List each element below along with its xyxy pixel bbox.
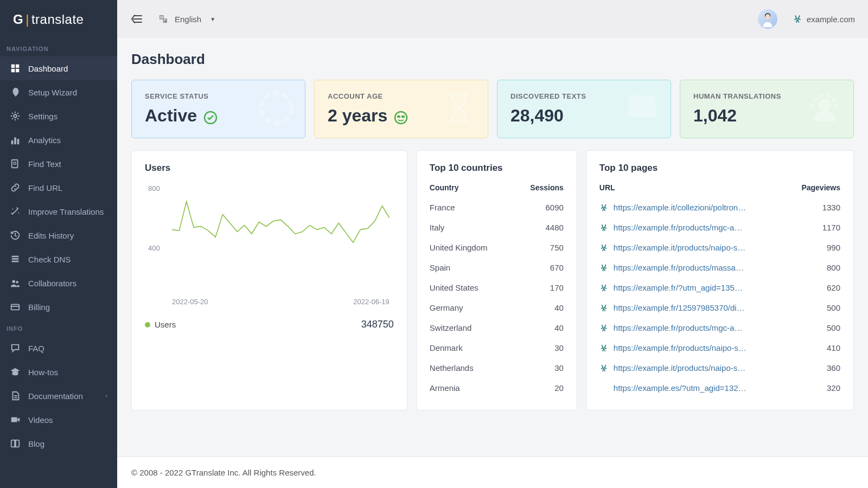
site-icon bbox=[599, 344, 608, 352]
sidebar-item-how-tos[interactable]: How-tos bbox=[0, 360, 117, 384]
sidebar-item-edits-history[interactable]: Edits History bbox=[0, 223, 117, 247]
page-url-link[interactable]: https://example.it/collezioni/poltron… bbox=[614, 203, 746, 212]
sidebar-toggle-button[interactable] bbox=[130, 13, 142, 25]
country-name: Denmark bbox=[430, 343, 463, 352]
page-url-link[interactable]: https://example.fr/?utm_agid=135… bbox=[614, 283, 743, 292]
gear-icon bbox=[10, 111, 21, 121]
page-url-link[interactable]: https://example.fr/products/naipo-s… bbox=[614, 343, 746, 352]
hourglass-icon bbox=[440, 89, 478, 129]
sidebar-item-setup-wizard[interactable]: Setup Wizard bbox=[0, 80, 117, 104]
pages-panel: Top 10 pages URL Pageviews https://examp… bbox=[586, 150, 854, 410]
country-name: Armenia bbox=[430, 383, 460, 393]
translate-icon bbox=[158, 14, 168, 24]
table-row: Germany40 bbox=[430, 298, 564, 318]
sessions-value: 6090 bbox=[545, 203, 563, 212]
panel-title: Top 10 countries bbox=[430, 163, 564, 174]
table-row: https://example.it/products/naipo-s…990 bbox=[599, 237, 840, 258]
country-name: Spain bbox=[430, 263, 450, 272]
panel-title: Top 10 pages bbox=[599, 163, 840, 174]
sidebar-item-billing[interactable]: Billing bbox=[0, 295, 117, 319]
table-row: https://example.fr/products/massa…800 bbox=[599, 258, 840, 278]
pageviews-value: 990 bbox=[827, 243, 840, 252]
page-title: Dashboard bbox=[131, 51, 854, 68]
logo-g: G bbox=[13, 12, 23, 27]
bars-icon bbox=[10, 134, 21, 145]
site-label: example.com bbox=[807, 15, 855, 24]
country-name: Italy bbox=[430, 223, 445, 232]
wand-icon bbox=[10, 206, 21, 217]
stat-card-account-age: ACCOUNT AGE 2 years bbox=[314, 80, 488, 138]
table-row: https://example.fr/products/mgc-a…500 bbox=[599, 318, 840, 338]
page-url-link[interactable]: https://example.fr/12597985370/di… bbox=[614, 303, 745, 312]
sidebar-item-find-text[interactable]: Find Text bbox=[0, 152, 117, 176]
nav-heading-info: INFO bbox=[0, 319, 117, 336]
col-header-country: Country bbox=[430, 183, 459, 192]
sessions-value: 4480 bbox=[545, 223, 563, 232]
table-row: Armenia20 bbox=[430, 378, 564, 398]
sidebar-item-faq[interactable]: FAQ bbox=[0, 336, 117, 360]
pageviews-value: 410 bbox=[827, 343, 840, 352]
table-row: https://example.fr/?utm_agid=135…620 bbox=[599, 278, 840, 298]
sidebar-item-videos[interactable]: Videos bbox=[0, 408, 117, 432]
x-tick-start: 2022-05-20 bbox=[172, 298, 208, 306]
x-tick-end: 2022-06-19 bbox=[353, 298, 390, 306]
nav-label: Blog bbox=[28, 439, 107, 448]
sidebar-item-blog[interactable]: Blog bbox=[0, 432, 117, 455]
page-url-link[interactable]: https://example.it/products/naipo-s… bbox=[614, 243, 745, 252]
pageviews-value: 620 bbox=[827, 283, 840, 292]
page-url-link[interactable]: https://example.fr/products/mgc-a… bbox=[614, 223, 743, 232]
sidebar-item-documentation[interactable]: Documentation› bbox=[0, 384, 117, 408]
footer-copyright: © 2008 - 2022 GTranslate Inc. All Rights… bbox=[117, 457, 868, 488]
svg-point-23 bbox=[395, 112, 407, 124]
site-icon bbox=[599, 364, 608, 373]
pageviews-value: 1330 bbox=[822, 203, 840, 212]
page-url-link[interactable]: https://example.fr/products/massa… bbox=[614, 263, 744, 272]
site-selector[interactable]: example.com bbox=[793, 14, 855, 24]
doc-icon bbox=[10, 390, 21, 401]
users-panel: Users 800 400 2022-05-20 2022-06-19 User… bbox=[131, 150, 407, 410]
user-avatar[interactable] bbox=[758, 9, 777, 29]
sessions-value: 40 bbox=[554, 303, 564, 312]
sessions-value: 30 bbox=[554, 343, 564, 352]
page-url-link[interactable]: https://example.fr/products/mgc-a… bbox=[614, 323, 743, 332]
sidebar-item-dashboard[interactable]: Dashboard bbox=[0, 56, 117, 80]
page-url-link[interactable]: https://example.it/products/naipo-s… bbox=[614, 363, 745, 373]
nav-label: Billing bbox=[28, 303, 107, 312]
pageviews-value: 800 bbox=[827, 263, 840, 272]
nav-label: Setup Wizard bbox=[28, 88, 107, 97]
legend-dot bbox=[145, 322, 150, 328]
svg-rect-24 bbox=[397, 115, 400, 118]
table-row: https://example.fr/products/naipo-s…410 bbox=[599, 338, 840, 358]
table-row: France6090 bbox=[430, 197, 564, 217]
sessions-value: 750 bbox=[550, 243, 564, 252]
sidebar-item-analytics[interactable]: Analytics bbox=[0, 128, 117, 152]
legend-label: Users bbox=[155, 320, 176, 329]
search-doc-icon bbox=[10, 158, 21, 169]
y-tick: 400 bbox=[148, 244, 160, 252]
language-selector[interactable]: English ▼ bbox=[158, 14, 215, 24]
stat-value: 28,490 bbox=[510, 106, 564, 126]
nav-label: Find URL bbox=[28, 183, 107, 192]
site-icon bbox=[599, 243, 608, 252]
country-name: Germany bbox=[430, 303, 463, 312]
col-header-sessions: Sessions bbox=[530, 183, 563, 192]
pageviews-value: 320 bbox=[827, 383, 840, 393]
sessions-value: 30 bbox=[554, 363, 564, 373]
page-url-link[interactable]: https://example.es/?utm_agid=132… bbox=[614, 383, 746, 393]
chevron-right-icon: › bbox=[105, 392, 107, 400]
emoji-cool-icon bbox=[394, 109, 408, 123]
gauge-icon bbox=[257, 89, 295, 129]
sidebar-item-settings[interactable]: Settings bbox=[0, 104, 117, 128]
nav-label: Documentation bbox=[28, 391, 105, 401]
col-header-url: URL bbox=[599, 183, 615, 192]
sidebar: G | translate NAVIGATION DashboardSetup … bbox=[0, 0, 117, 488]
country-name: Switzerland bbox=[430, 323, 472, 332]
sidebar-item-check-dns[interactable]: Check DNS bbox=[0, 247, 117, 271]
country-name: France bbox=[430, 203, 455, 212]
sidebar-item-improve-translations[interactable]: Improve Translations bbox=[0, 200, 117, 223]
nav-label: Settings bbox=[28, 112, 107, 121]
sidebar-item-find-url[interactable]: Find URL bbox=[0, 176, 117, 200]
brand-logo[interactable]: G | translate bbox=[0, 0, 117, 39]
sidebar-item-collaborators[interactable]: Collaborators bbox=[0, 271, 117, 295]
nav-heading-navigation: NAVIGATION bbox=[0, 39, 117, 56]
